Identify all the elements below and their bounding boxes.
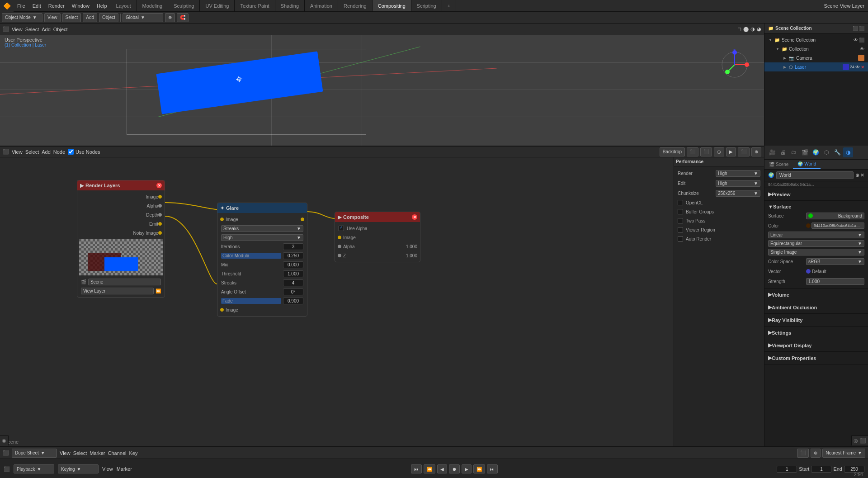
tree-collection[interactable]: ▼ 📁 Collection 👁 [764, 44, 868, 53]
node-select-btn[interactable]: Select [25, 149, 39, 155]
noisy-image-socket-out[interactable] [158, 231, 162, 235]
tab-animation[interactable]: Animation [305, 0, 338, 11]
render-layers-node-header[interactable]: ▶ Render Layers ✕ [77, 180, 165, 190]
surface-header[interactable]: ▼ Surface [764, 203, 868, 211]
glare-image-out-socket[interactable] [301, 218, 304, 221]
viewport-select-btn[interactable]: Select [25, 27, 39, 32]
mode-dropdown[interactable]: Object Mode▼ [2, 13, 42, 22]
scene-col-visibility[interactable]: 👁 [854, 38, 858, 43]
tab-scripting[interactable]: Scripting [411, 0, 442, 11]
custom-properties-header[interactable]: ▶ Custom Properties [764, 354, 868, 362]
viewport-object-btn[interactable]: Object [53, 27, 68, 32]
object-properties-icon[interactable]: ⬡ [821, 147, 831, 157]
linear-dropdown[interactable]: Linear▼ [768, 232, 864, 238]
view-btn[interactable]: View [44, 13, 61, 22]
composite-alpha-socket[interactable] [338, 245, 341, 248]
select-btn[interactable]: Select [62, 13, 81, 22]
render-layers-close[interactable]: ✕ [156, 183, 162, 188]
viewport-view-btn[interactable]: View [12, 27, 23, 32]
emit-socket-out[interactable] [158, 222, 162, 226]
timeline-view-btn[interactable]: View [60, 450, 71, 456]
menu-edit[interactable]: Edit [29, 2, 45, 9]
backdrop-btn[interactable]: Backdrop [660, 147, 685, 156]
scene-col-select[interactable]: ⬛ [859, 38, 864, 43]
image-socket-out[interactable] [158, 195, 162, 199]
coll-visibility[interactable]: 👁 [860, 47, 864, 52]
current-frame-field[interactable]: 1 [777, 466, 797, 473]
play-back-btn[interactable]: ◀ [437, 464, 447, 473]
collection-settings-icon[interactable]: ⬛ [859, 26, 864, 31]
chunksize-dropdown[interactable]: 256x256▼ [716, 190, 760, 197]
laser-visibility[interactable]: 24 [850, 65, 854, 69]
glare-type-dropdown[interactable]: Streaks▼ [221, 225, 303, 232]
timeline-zoom-btn[interactable]: ⊕ [811, 449, 821, 458]
single-image-dropdown[interactable]: Single Image▼ [768, 249, 864, 256]
world-properties-icon[interactable]: 🌍 [811, 147, 821, 157]
view-layer-icon[interactable]: ⏩ [156, 289, 161, 293]
menu-window[interactable]: Window [68, 2, 93, 9]
surface-type-dropdown[interactable]: Background [806, 213, 864, 219]
node-add-btn[interactable]: Add [42, 149, 51, 155]
timeline-marker-btn[interactable]: Marker [90, 450, 105, 456]
ray-visibility-header[interactable]: ▶ Ray Visibility [764, 316, 868, 324]
volume-header[interactable]: ▶ Volume [764, 290, 868, 299]
tree-camera[interactable]: ▶ 📷 Camera [764, 53, 868, 62]
timeline-marker-label[interactable]: Marker [117, 466, 132, 472]
bottom-right-icon-2[interactable]: ⬛ [860, 438, 866, 444]
timeline-view-label[interactable]: View [102, 466, 113, 472]
tree-laser[interactable]: ▶ ⬡ Laser 24 👁 ✕ [764, 62, 868, 71]
scene-dropdown[interactable]: Scene [88, 279, 161, 285]
use-alpha-checkbox[interactable] [339, 226, 344, 231]
viewport-shading-render[interactable]: ◕ [757, 26, 761, 32]
equirectangular-dropdown[interactable]: Equirectangular▼ [768, 240, 864, 247]
object-btn[interactable]: Object [99, 13, 118, 22]
color-space-dropdown[interactable]: sRGB▼ [806, 258, 864, 265]
render-properties-icon[interactable]: 🎥 [767, 147, 777, 157]
viewport-shading-solid[interactable]: ⬤ [743, 26, 749, 32]
tab-add[interactable]: + [442, 0, 456, 11]
node-toolbar-2[interactable]: ⬛ [700, 147, 712, 156]
playback-dropdown[interactable]: Playback▼ [14, 464, 54, 473]
jump-end-btn[interactable]: ⏭ [487, 464, 498, 473]
node-toolbar-1[interactable]: ⬛ [687, 147, 698, 156]
ambient-occlusion-header[interactable]: ▶ Ambient Occlusion [764, 303, 868, 312]
timeline-select-btn[interactable]: Select [73, 450, 87, 456]
glare-node-header[interactable]: ✦ Glare [217, 203, 307, 213]
angle-offset-value[interactable]: 0° [283, 289, 303, 295]
global-dropdown[interactable]: Global▼ [123, 13, 163, 22]
auto-render-checkbox[interactable] [678, 236, 683, 241]
world-tab[interactable]: 🌍 World [793, 160, 821, 169]
alpha-socket-out[interactable] [158, 204, 162, 208]
glare-quality-dropdown[interactable]: High▼ [221, 234, 303, 241]
step-forward-btn[interactable]: ⏩ [473, 464, 485, 473]
viewport-shading-material[interactable]: ◑ [750, 26, 755, 32]
tab-texture-paint[interactable]: Texture Paint [235, 0, 275, 11]
node-toolbar-5[interactable]: ⬛ [738, 147, 750, 156]
node-canvas[interactable]: ▶ Render Layers ✕ Image Alpha Depth [0, 157, 674, 446]
world-delete-icon[interactable]: ✕ [860, 172, 864, 178]
dope-sheet-dropdown[interactable]: Dope Sheet▼ [12, 449, 57, 458]
viewport-canvas[interactable]: X Y Z [0, 35, 764, 146]
transform-btn[interactable]: ⊕ [165, 13, 175, 22]
scene-tab[interactable]: 🎬 Scene [764, 160, 793, 169]
modifier-properties-icon[interactable]: 🔧 [832, 147, 842, 157]
two-pass-checkbox[interactable] [678, 218, 683, 223]
render-quality-dropdown[interactable]: High▼ [716, 170, 760, 177]
start-frame-field[interactable]: 1 [811, 466, 831, 473]
node-toolbar-3[interactable]: ◷ [714, 147, 724, 156]
tab-rendering[interactable]: Rendering [338, 0, 373, 11]
tree-scene-collection[interactable]: ▼ 📁 Scene Collection 👁 ⬛ [764, 35, 868, 44]
tab-shading[interactable]: Shading [275, 0, 305, 11]
color-value-field[interactable]: 94410ad08b9abc64c1a... [811, 222, 864, 229]
opencl-checkbox[interactable] [678, 200, 683, 205]
world-name-field[interactable]: World [776, 171, 854, 179]
viewport-shading-wire[interactable]: ◻ [737, 26, 741, 32]
menu-help[interactable]: Help [93, 2, 111, 9]
node-view-btn[interactable]: View [12, 149, 23, 155]
tab-uv-editing[interactable]: UV Editing [200, 0, 235, 11]
scene-properties-icon[interactable]: 🎬 [800, 147, 810, 157]
material-properties-icon[interactable]: ◑ [843, 147, 853, 157]
bottom-icon-1[interactable]: ◉ [2, 438, 6, 444]
node-zoom[interactable]: ⊕ [751, 147, 761, 156]
bottom-right-icon-1[interactable]: ◎ [854, 438, 858, 444]
